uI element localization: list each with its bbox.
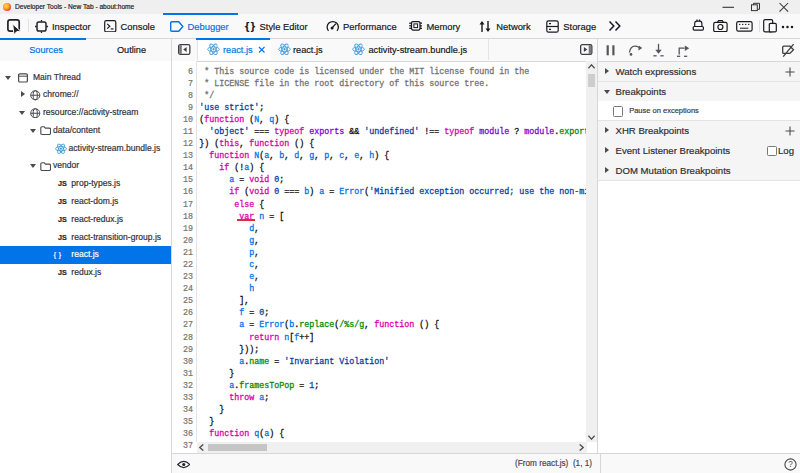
svg-text:?: ? — [788, 460, 793, 469]
